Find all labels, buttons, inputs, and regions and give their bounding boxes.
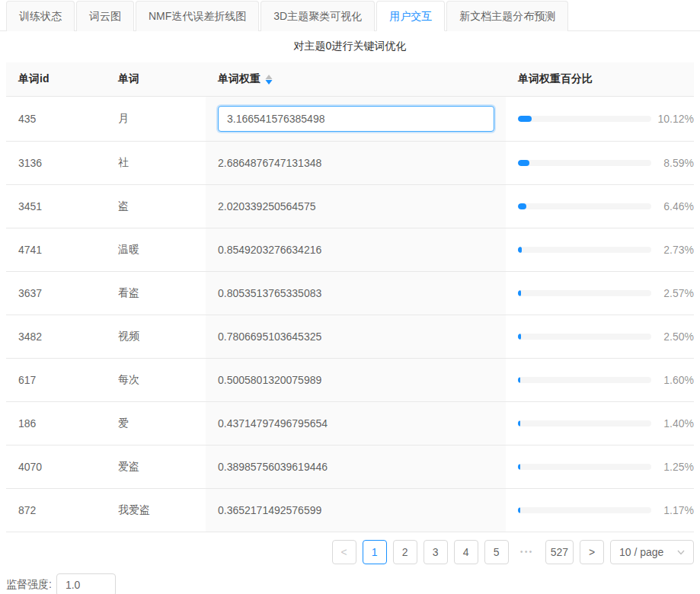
weight-value[interactable]: 0.8549203276634216 — [218, 244, 321, 256]
weight-value[interactable]: 0.43714797496795654 — [218, 417, 328, 430]
cell-weight[interactable]: 2.020339250564575 — [206, 185, 506, 228]
cell-word: 看盗 — [106, 286, 206, 300]
cell-word-id: 435 — [6, 113, 106, 125]
progress-percent-label: 1.17% — [657, 504, 694, 516]
progress-fill — [518, 290, 521, 296]
pagination-jump-next[interactable]: ••• — [515, 540, 539, 564]
cell-weight[interactable]: 0.38985756039619446 — [206, 446, 506, 488]
cell-word: 爱 — [106, 417, 206, 430]
cell-weight-percent: 1.60% — [506, 374, 694, 386]
progress-fill — [518, 116, 532, 122]
table-row: 3637看盗0.80535137653350832.57% — [6, 272, 694, 315]
table-row: 3136社2.68648767471313488.59% — [6, 142, 694, 185]
tab-nmf-error-line-chart[interactable]: NMF迭代误差折线图 — [136, 1, 259, 31]
cell-weight[interactable] — [206, 97, 506, 141]
cell-weight[interactable]: 0.5005801320075989 — [206, 359, 506, 401]
pagination-page-4[interactable]: 4 — [454, 540, 478, 564]
pagination-next-button[interactable]: > — [580, 540, 604, 564]
table-row: 3451盗2.0203392505645756.46% — [6, 185, 694, 228]
progress-bar — [518, 203, 651, 209]
supervision-strength-input[interactable] — [56, 573, 116, 594]
supervision-strength-label: 监督强度: — [6, 578, 52, 592]
tab-user-interaction[interactable]: 用户交互 — [376, 1, 445, 31]
cell-weight[interactable]: 0.8549203276634216 — [206, 228, 506, 271]
weight-value[interactable]: 2.020339250564575 — [218, 200, 315, 212]
progress-percent-label: 2.57% — [657, 287, 694, 299]
cell-word-id: 3482 — [6, 331, 106, 343]
progress-percent-label: 1.40% — [657, 417, 694, 430]
weight-value[interactable]: 2.6864876747131348 — [218, 157, 321, 169]
tab-new-doc-topic-prediction[interactable]: 新文档主题分布预测 — [446, 1, 568, 31]
progress-percent-label: 1.60% — [657, 374, 694, 386]
page-size-label: 10 / page — [619, 546, 663, 558]
progress-fill — [518, 464, 520, 470]
cell-weight[interactable]: 0.7806695103645325 — [206, 315, 506, 358]
weight-value[interactable]: 0.8053513765335083 — [218, 287, 321, 299]
progress-percent-label: 8.59% — [657, 157, 694, 169]
cell-word: 视频 — [106, 330, 206, 343]
progress-bar — [518, 377, 651, 383]
progress-bar — [518, 334, 651, 340]
panel-title: 对主题0进行关键词优化 — [0, 40, 700, 53]
caret-up-icon — [265, 75, 273, 79]
pagination-page-5[interactable]: 5 — [484, 540, 509, 564]
progress-bar — [518, 160, 651, 166]
cell-word: 每次 — [106, 373, 206, 387]
page-size-select[interactable]: 10 / page — [610, 540, 694, 564]
progress-bar — [518, 247, 651, 253]
weight-value[interactable]: 0.7806695103645325 — [218, 331, 321, 343]
cell-weight-percent: 2.50% — [506, 331, 694, 343]
tab-3d-topic-cluster[interactable]: 3D主题聚类可视化 — [261, 1, 375, 31]
cell-weight-percent: 1.25% — [506, 461, 694, 473]
table-row: 4741温暖0.85492032766342162.73% — [6, 228, 694, 272]
header-word: 单词 — [106, 72, 206, 86]
supervision-strength-bar: 监督强度: — [6, 573, 694, 594]
weight-value[interactable]: 0.38985756039619446 — [218, 461, 328, 473]
header-weight-sortable[interactable]: 单词权重 — [206, 62, 506, 96]
progress-bar — [518, 290, 651, 296]
weight-edit-input[interactable] — [218, 106, 494, 132]
pagination-page-1[interactable]: 1 — [363, 540, 387, 564]
pagination-page-3[interactable]: 3 — [424, 540, 448, 564]
cell-word-id: 3451 — [6, 200, 106, 212]
cell-word-id: 617 — [6, 374, 106, 386]
progress-bar — [518, 507, 651, 513]
pagination-page-527[interactable]: 527 — [545, 540, 574, 564]
cell-word-id: 3637 — [6, 287, 106, 299]
pagination: <12345•••527>10 / page — [6, 540, 694, 564]
weight-value[interactable]: 0.3652171492576599 — [218, 504, 321, 516]
table-body: 435月10.12%3136社2.68648767471313488.59%34… — [6, 97, 694, 532]
progress-percent-label: 1.25% — [657, 461, 694, 473]
cell-word-id: 872 — [6, 504, 106, 516]
progress-percent-label: 10.12% — [657, 113, 694, 125]
cell-weight[interactable]: 2.6864876747131348 — [206, 142, 506, 184]
table-row: 872我爱盗0.36521714925765991.17% — [6, 489, 694, 532]
cell-word-id: 186 — [6, 417, 106, 430]
cell-word: 我爱盗 — [106, 503, 206, 517]
cell-weight[interactable]: 0.43714797496795654 — [206, 402, 506, 445]
cell-word: 月 — [106, 112, 206, 126]
table-row: 617每次0.50058013200759891.60% — [6, 359, 694, 402]
cell-word-id: 4741 — [6, 244, 106, 256]
cell-word: 温暖 — [106, 243, 206, 257]
tab-word-cloud[interactable]: 词云图 — [76, 1, 134, 31]
progress-fill — [518, 377, 520, 383]
progress-fill — [518, 247, 522, 253]
cell-weight[interactable]: 0.3652171492576599 — [206, 489, 506, 532]
cell-weight[interactable]: 0.8053513765335083 — [206, 272, 506, 315]
progress-bar — [518, 464, 651, 470]
cell-word-id: 3136 — [6, 157, 106, 169]
keyword-table: 单词id 单词 单词权重 单词权重百分比 435月10.12%3136社2.68… — [6, 62, 694, 532]
progress-fill — [518, 203, 526, 209]
sort-carets-icon[interactable] — [265, 75, 273, 85]
progress-percent-label: 6.46% — [657, 200, 694, 212]
caret-down-icon — [265, 80, 273, 85]
tab-training-status[interactable]: 训练状态 — [6, 1, 75, 31]
progress-bar — [518, 116, 651, 122]
progress-fill — [518, 507, 520, 513]
weight-value[interactable]: 0.5005801320075989 — [218, 374, 321, 386]
table-row: 435月10.12% — [6, 97, 694, 142]
pagination-prev-button[interactable]: < — [332, 540, 356, 564]
pagination-page-2[interactable]: 2 — [393, 540, 417, 564]
progress-bar — [518, 420, 651, 426]
